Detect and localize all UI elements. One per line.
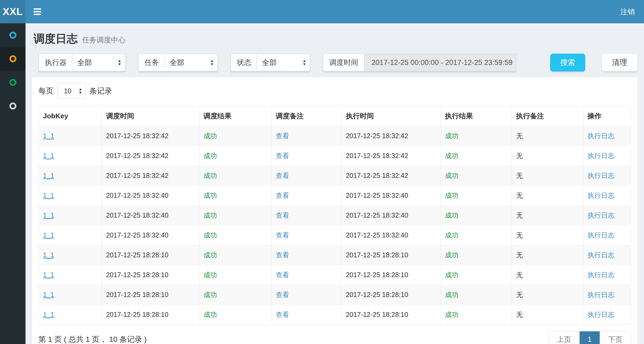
handle-msg-cell: 无	[512, 166, 583, 186]
exec-log-link[interactable]: 执行日志	[588, 231, 614, 239]
exec-log-link[interactable]: 执行日志	[588, 291, 614, 298]
jobkey-link[interactable]: 1_1	[43, 291, 54, 298]
jobkey-link[interactable]: 1_1	[43, 231, 54, 239]
circle-outline-icon	[9, 32, 16, 39]
handle-time-cell: 2017-12-25 18:28:10	[341, 305, 440, 325]
jobkey-link[interactable]: 1_1	[43, 132, 54, 140]
jobkey-link[interactable]: 1_1	[43, 152, 54, 159]
jobkey-link[interactable]: 1_1	[43, 311, 54, 318]
sidebar-item-1[interactable]	[0, 23, 26, 47]
handle-result-cell: 成功	[440, 285, 512, 305]
exec-log-link[interactable]: 执行日志	[588, 132, 614, 140]
handle-result-cell: 成功	[440, 225, 512, 245]
search-button[interactable]: 搜索	[550, 54, 585, 71]
handle-result-cell: 成功	[440, 146, 512, 166]
col-header-handle-time: 执行时间	[341, 106, 440, 126]
navbar-main: 注销	[26, 0, 644, 23]
content-header: 调度日志 任务调度中心	[26, 23, 644, 46]
jobkey-link[interactable]: 1_1	[43, 211, 54, 219]
select-stepper-icon: ▲▼	[118, 59, 121, 66]
trigger-msg-view-link[interactable]: 查看	[276, 251, 289, 259]
job-filter-label: 任务	[138, 54, 165, 71]
handle-result-cell: 成功	[440, 265, 512, 285]
exec-log-link[interactable]: 执行日志	[588, 271, 614, 279]
handle-time-cell: 2017-12-25 18:32:42	[341, 166, 440, 186]
pagination: 上页 1 下页	[548, 331, 631, 344]
trigger-msg-view-link[interactable]: 查看	[276, 211, 289, 219]
sidebar-item-2[interactable]	[0, 47, 26, 71]
trigger-msg-view-link[interactable]: 查看	[276, 271, 289, 279]
trigger-time-cell: 2017-12-25 18:28:10	[102, 245, 199, 265]
table-row: 1_1 2017-12-25 18:28:10 成功 查看 2017-12-25…	[39, 305, 631, 325]
trigger-result-cell: 成功	[199, 285, 271, 305]
status-filter-group: 状态 全部 ▲▼	[231, 54, 310, 71]
handle-time-cell: 2017-12-25 18:32:42	[341, 146, 440, 166]
trigger-time-cell: 2017-12-25 18:32:42	[102, 146, 199, 166]
table-row: 1_1 2017-12-25 18:32:42 成功 查看 2017-12-25…	[39, 146, 631, 166]
sidebar-item-3[interactable]	[0, 71, 26, 94]
trigger-msg-view-link[interactable]: 查看	[276, 231, 289, 239]
table-header-row: JobKey 调度时间 调度结果 调度备注 执行时间 执行结果 执行备注 操作	[39, 106, 631, 126]
handle-time-cell: 2017-12-25 18:28:10	[341, 245, 440, 265]
handle-msg-cell: 无	[512, 186, 583, 206]
circle-outline-icon	[9, 103, 16, 109]
trigger-msg-view-link[interactable]: 查看	[276, 311, 289, 318]
exec-log-link[interactable]: 执行日志	[588, 172, 614, 179]
handle-msg-cell: 无	[512, 305, 583, 325]
clear-button[interactable]: 清理	[602, 54, 638, 71]
trigger-msg-view-link[interactable]: 查看	[276, 152, 289, 159]
exec-log-link[interactable]: 执行日志	[588, 311, 614, 318]
app-window: XXL 注销 调度日志 任务调度中心 执行器 全部 ▲▼	[0, 0, 644, 344]
executor-filter-select[interactable]: 全部 ▲▼	[72, 54, 125, 71]
trigger-msg-view-link[interactable]: 查看	[276, 132, 289, 140]
table-row: 1_1 2017-12-25 18:32:40 成功 查看 2017-12-25…	[39, 225, 631, 245]
app-logo[interactable]: XXL	[0, 0, 26, 23]
log-panel: 每页 10 ▲▼ 条记录 JobKey 调度时间 调度结果 调	[32, 77, 638, 344]
trigger-time-cell: 2017-12-25 18:28:10	[102, 305, 199, 325]
exec-log-link[interactable]: 执行日志	[588, 152, 614, 159]
handle-time-cell: 2017-12-25 18:32:40	[341, 186, 440, 206]
prev-page-button[interactable]: 上页	[548, 331, 580, 344]
logout-link[interactable]: 注销	[620, 7, 644, 17]
table-row: 1_1 2017-12-25 18:32:42 成功 查看 2017-12-25…	[39, 126, 631, 146]
col-header-trigger-time: 调度时间	[102, 106, 199, 126]
handle-time-cell: 2017-12-25 18:28:10	[341, 265, 440, 285]
trigger-result-cell: 成功	[199, 146, 271, 166]
page-length-suffix: 条记录	[89, 86, 112, 96]
handle-msg-cell: 无	[512, 126, 583, 146]
select-stepper-icon: ▲▼	[302, 59, 306, 66]
trigger-time-filter-label: 调度时间	[323, 54, 364, 71]
trigger-result-cell: 成功	[199, 225, 271, 245]
trigger-result-cell: 成功	[199, 206, 271, 225]
table-footer: 第 1 页 ( 总共 1 页， 10 条记录 ) 上页 1 下页	[38, 331, 631, 344]
handle-msg-cell: 无	[512, 265, 583, 285]
col-header-handle-result: 执行结果	[440, 106, 512, 126]
exec-log-link[interactable]: 执行日志	[588, 192, 614, 199]
page-length-select[interactable]: 10 ▲▼	[57, 83, 86, 99]
jobkey-link[interactable]: 1_1	[43, 172, 54, 179]
trigger-time-cell: 2017-12-25 18:32:42	[102, 126, 199, 146]
jobkey-link[interactable]: 1_1	[43, 192, 54, 199]
status-filter-select[interactable]: 全部 ▲▼	[256, 54, 310, 71]
job-filter-select[interactable]: 全部 ▲▼	[164, 54, 218, 71]
sidebar-toggle-button[interactable]	[26, 7, 41, 16]
trigger-msg-view-link[interactable]: 查看	[276, 291, 289, 298]
trigger-msg-view-link[interactable]: 查看	[276, 192, 289, 199]
current-page-button[interactable]: 1	[580, 331, 600, 344]
page-subtitle: 任务调度中心	[82, 36, 125, 44]
exec-log-link[interactable]: 执行日志	[588, 251, 614, 259]
sidebar-item-4[interactable]	[0, 94, 26, 118]
jobkey-link[interactable]: 1_1	[43, 251, 54, 259]
trigger-msg-view-link[interactable]: 查看	[276, 172, 289, 179]
trigger-time-range-input[interactable]: 2017-12-25 00:00:00 - 2017-12-25 23:59:5…	[364, 54, 516, 71]
hamburger-icon	[34, 8, 41, 10]
exec-log-link[interactable]: 执行日志	[588, 211, 614, 219]
jobkey-link[interactable]: 1_1	[43, 271, 54, 279]
table-row: 1_1 2017-12-25 18:28:10 成功 查看 2017-12-25…	[39, 285, 631, 305]
table-row: 1_1 2017-12-25 18:32:40 成功 查看 2017-12-25…	[39, 186, 631, 206]
select-stepper-icon: ▲▼	[210, 59, 214, 66]
next-page-button[interactable]: 下页	[600, 331, 631, 344]
col-header-action: 操作	[583, 106, 631, 126]
log-table: JobKey 调度时间 调度结果 调度备注 执行时间 执行结果 执行备注 操作 …	[38, 106, 631, 325]
trigger-result-cell: 成功	[199, 265, 271, 285]
